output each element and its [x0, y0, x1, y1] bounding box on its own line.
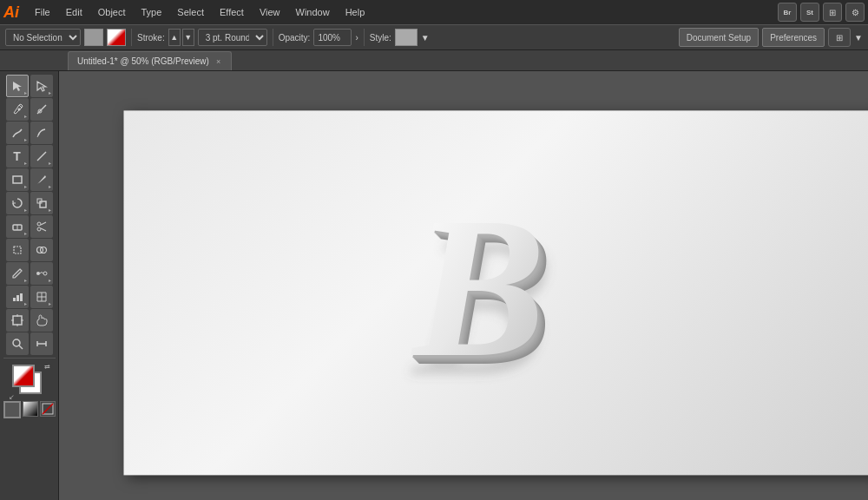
slice-tool[interactable]: ▸ — [30, 286, 53, 308]
sep2 — [273, 29, 273, 46]
svg-rect-5 — [40, 201, 46, 207]
b-letter-graphic: B B B B B B B B B B — [380, 148, 623, 426]
pencil-tool[interactable]: ▸ — [6, 122, 29, 144]
svg-line-32 — [43, 404, 53, 414]
toolbar: No Selection Stroke: ▲ ▼ 3 pt. Round Opa… — [0, 24, 868, 50]
selection-tool[interactable]: ▸ — [6, 75, 29, 97]
menu-object[interactable]: Object — [91, 5, 133, 19]
menu-bar: Ai File Edit Object Type Select Effect V… — [0, 0, 868, 24]
gradient-mode-btn[interactable] — [23, 401, 38, 417]
line-tool[interactable]: ▸ — [30, 145, 53, 168]
svg-line-27 — [19, 345, 23, 349]
selection-dropdown[interactable]: No Selection — [5, 29, 81, 46]
app-logo: Ai — [3, 4, 19, 20]
color-section: ↙ ⇄ — [3, 365, 56, 418]
svg-text:B: B — [411, 177, 546, 398]
text-tool[interactable]: T ▸ — [6, 145, 29, 168]
tool-row-10: ▸ ▸ — [6, 286, 53, 308]
color-swatches: ↙ ⇄ — [12, 365, 47, 399]
menu-effect[interactable]: Effect — [213, 5, 251, 19]
menu-help[interactable]: Help — [339, 5, 372, 19]
menu-edit[interactable]: Edit — [59, 5, 89, 19]
canvas-area: B B B B B B B B B B — [59, 71, 868, 500]
menu-view[interactable]: View — [253, 5, 287, 19]
arrange-arrow[interactable]: ▼ — [854, 33, 863, 43]
eyedropper-tool[interactable]: ▸ — [6, 262, 29, 285]
none-mode-btn[interactable] — [40, 401, 56, 417]
document-setup-btn[interactable]: Document Setup — [679, 28, 760, 47]
tool-row-9: ▸ ▸ — [6, 262, 53, 285]
svg-rect-21 — [13, 316, 22, 325]
menu-file[interactable]: File — [28, 5, 57, 19]
opacity-label: Opacity: — [279, 33, 311, 43]
svg-rect-19 — [16, 295, 19, 301]
menu-select[interactable]: Select — [170, 5, 211, 19]
foreground-color-swatch[interactable] — [12, 365, 35, 387]
smooth-tool[interactable] — [30, 122, 53, 144]
toolbox: ▸ ▸ ▸ ▸ — [0, 71, 59, 500]
free-transform-tool[interactable] — [6, 239, 29, 261]
svg-rect-13 — [14, 247, 21, 253]
workspace-btn[interactable]: ⊞ — [823, 3, 842, 22]
search-btn[interactable]: ⚙ — [845, 3, 865, 22]
swap-colors-icon[interactable]: ⇄ — [44, 363, 50, 371]
tab-bar: Untitled-1* @ 50% (RGB/Preview) × — [0, 50, 868, 71]
stroke-style-dropdown[interactable]: 3 pt. Round — [198, 29, 267, 46]
svg-rect-4 — [13, 176, 22, 183]
paintbrush-tool[interactable]: ▸ — [30, 168, 53, 191]
svg-point-9 — [37, 222, 41, 226]
stroke-weight-control: ▲ ▼ — [168, 29, 194, 46]
color-mode-btn[interactable] — [3, 401, 21, 418]
column-graph-tool[interactable]: ▸ — [6, 286, 29, 308]
document-tab[interactable]: Untitled-1* @ 50% (RGB/Preview) × — [68, 51, 232, 70]
stroke-color-swatch[interactable] — [107, 29, 126, 46]
menu-icons: Br St ⊞ ⚙ — [778, 3, 865, 22]
preferences-btn[interactable]: Preferences — [762, 28, 825, 47]
stock-btn[interactable]: St — [800, 3, 819, 22]
opacity-arrow[interactable]: › — [355, 33, 358, 43]
tool-row-5: ▸ ▸ — [6, 168, 53, 191]
direct-select-tool[interactable]: ▸ — [30, 75, 53, 97]
blend-tool[interactable]: ▸ — [30, 262, 53, 285]
svg-rect-20 — [20, 293, 23, 301]
color-mode-btns — [3, 401, 56, 418]
reset-colors-icon[interactable]: ↙ — [9, 393, 15, 401]
shape-builder-tool[interactable] — [30, 239, 53, 261]
hand-tool[interactable] — [30, 309, 53, 332]
svg-line-11 — [41, 222, 46, 225]
tool-row-4: T ▸ ▸ — [6, 145, 53, 168]
anchor-tool[interactable] — [30, 98, 53, 121]
tab-title: Untitled-1* @ 50% (RGB/Preview) — [77, 56, 209, 66]
menu-type[interactable]: Type — [135, 5, 169, 19]
scissors-tool[interactable] — [30, 215, 53, 238]
menu-window[interactable]: Window — [289, 5, 337, 19]
tab-close-btn[interactable]: × — [214, 57, 222, 66]
style-swatch[interactable] — [395, 29, 418, 46]
artboard: B B B B B B B B B B — [124, 110, 869, 475]
svg-line-12 — [41, 228, 46, 231]
fill-color[interactable] — [84, 29, 103, 46]
stroke-up[interactable]: ▲ — [168, 29, 181, 46]
rotate-tool[interactable]: ▸ — [6, 192, 29, 214]
bridge-btn[interactable]: Br — [778, 3, 797, 22]
style-label: Style: — [370, 33, 391, 43]
scale-tool[interactable]: ▸ — [30, 192, 53, 214]
tool-row-11 — [6, 309, 53, 332]
zoom-tool[interactable] — [6, 332, 29, 355]
artboard-tool[interactable] — [6, 309, 29, 332]
pen-tool[interactable]: ▸ — [6, 98, 29, 121]
opacity-input[interactable]: 100% — [313, 29, 352, 46]
measure-tool[interactable] — [30, 332, 53, 355]
arrange-btn[interactable]: ⊞ — [828, 28, 851, 47]
eraser-tool[interactable]: ▸ — [6, 215, 29, 238]
tool-row-1: ▸ ▸ — [6, 75, 53, 97]
sep3 — [364, 29, 365, 46]
stroke-down[interactable]: ▼ — [182, 29, 194, 46]
sep1 — [131, 29, 132, 46]
toolbox-divider — [3, 358, 56, 359]
tool-row-12 — [6, 332, 53, 355]
rect-tool[interactable]: ▸ — [6, 168, 29, 191]
tool-row-3: ▸ — [6, 122, 53, 144]
style-arrow[interactable]: ▼ — [421, 33, 430, 43]
tool-row-6: ▸ ▸ — [6, 192, 53, 214]
